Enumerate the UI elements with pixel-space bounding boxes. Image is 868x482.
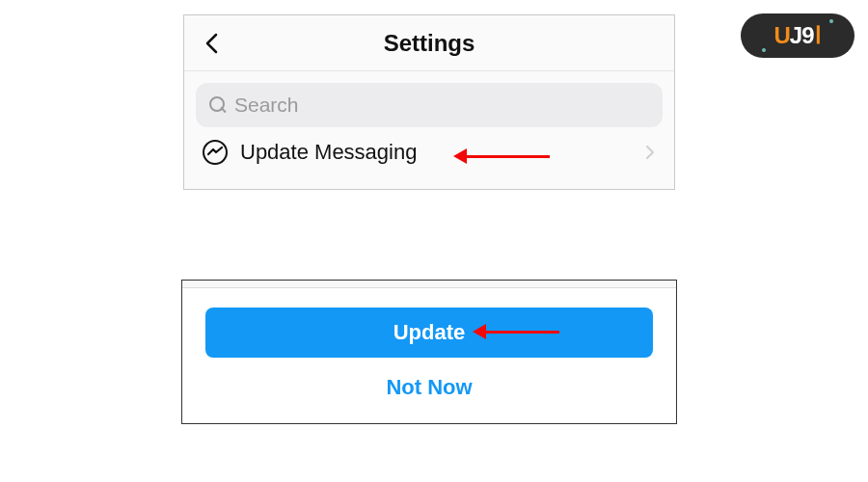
search-input[interactable]: Search (196, 83, 663, 127)
row-label: Update Messaging (240, 140, 417, 165)
search-placeholder: Search (234, 94, 299, 117)
update-prompt-panel: Update Not Now (181, 280, 677, 424)
prompt-body: Update Not Now (182, 288, 676, 423)
page-title: Settings (384, 30, 475, 57)
brand-logo-text: UJا9 (773, 22, 821, 49)
update-button-label: Update (393, 320, 466, 345)
brand-logo: UJا9 (741, 13, 854, 58)
messenger-icon (202, 139, 229, 166)
settings-header: Settings (184, 15, 674, 71)
chevron-right-icon (645, 127, 655, 177)
panel-divider (182, 281, 676, 288)
row-update-messaging[interactable]: Update Messaging (196, 127, 663, 177)
logo-decor-dot (829, 19, 833, 23)
logo-decor-dot (762, 48, 766, 52)
update-button[interactable]: Update (205, 308, 653, 358)
not-now-button[interactable]: Not Now (205, 375, 653, 400)
chevron-left-icon (203, 32, 221, 55)
settings-body: Search Update Messaging (184, 71, 674, 189)
back-button[interactable] (203, 15, 221, 70)
settings-panel: Settings Search Update Messaging (183, 14, 675, 190)
search-icon (209, 96, 227, 114)
not-now-label: Not Now (386, 375, 472, 399)
